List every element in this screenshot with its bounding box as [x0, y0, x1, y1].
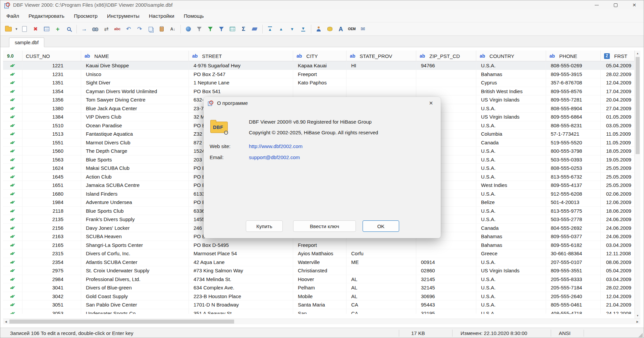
cell-country[interactable]: U.S.A. — [476, 300, 546, 309]
undo-button[interactable]: ↶ — [123, 24, 134, 34]
cell-cust_no[interactable]: 1356 — [22, 95, 81, 104]
oem-charset-button[interactable]: OEM — [346, 24, 357, 34]
cell-street[interactable]: #73 King Salmon Way — [189, 266, 293, 275]
minimize-button[interactable] — [587, 0, 606, 10]
spell-check-button[interactable]: abc — [112, 24, 123, 34]
cell-phone[interactable]: 805-555-0461 — [546, 300, 601, 309]
cell-name[interactable]: Frank's Divers Supply — [81, 215, 189, 224]
delete-record-button[interactable]: ✖ — [30, 24, 41, 34]
new-file-button[interactable] — [19, 24, 30, 34]
cell-phone[interactable]: 357-6-876708 — [546, 78, 601, 87]
cell-city[interactable]: Mobile — [293, 292, 346, 301]
close-button[interactable] — [625, 0, 644, 10]
cell-name[interactable]: Divers of Blue-green — [81, 283, 189, 292]
cell-phone[interactable]: 809-555-8576 — [546, 87, 601, 96]
cell-zip_pst_cd[interactable]: 30696 — [416, 292, 476, 301]
replace-button[interactable]: ⇄ — [101, 24, 112, 34]
cell-cust_no[interactable]: 2135 — [22, 215, 81, 224]
table-row[interactable]: 1221Kauai Dive Shoppe4-976 Sugarloaf Hwy… — [3, 61, 635, 70]
cell-cust_no[interactable]: 1510 — [22, 121, 81, 130]
cell-frst[interactable]: 25.05.2009 — [601, 173, 635, 181]
cell-state_prov[interactable]: HI — [346, 61, 416, 70]
cell-name[interactable]: Blue Jack Aqua Center — [81, 104, 189, 113]
cell-phone[interactable]: 809-555-7281 — [546, 95, 601, 104]
buy-button[interactable]: Купить — [246, 220, 283, 232]
cell-cust_no[interactable]: 2315 — [22, 249, 81, 258]
cell-street[interactable]: 1701-D N Broadway — [189, 300, 293, 309]
cell-phone[interactable]: 808-555-0253 — [546, 164, 601, 173]
cell-cust_no[interactable]: 2354 — [22, 258, 81, 267]
menu-file[interactable]: Файл — [2, 10, 24, 22]
cell-phone[interactable]: 808-555-8231 — [546, 121, 601, 130]
cell-country[interactable]: U.S.A. — [476, 215, 546, 224]
cell-city[interactable] — [293, 87, 346, 96]
modify-structure-button[interactable] — [41, 24, 52, 34]
table-row[interactable]: 1354Cayman Divers World UnlimitedPO Box … — [3, 87, 635, 96]
prior-record-button[interactable]: ▲ — [276, 24, 286, 34]
cell-cust_no[interactable]: 2984 — [22, 275, 81, 284]
cell-country[interactable]: U.S.A. — [476, 104, 546, 113]
cell-street[interactable]: 1 Neptune Lane — [189, 78, 293, 87]
cell-name[interactable]: Makai SCUBA Club — [81, 164, 189, 173]
cell-phone[interactable]: 408-555-4718 — [546, 309, 601, 314]
table-row[interactable]: 2975St. Croix Underwater Supply#73 King … — [3, 266, 635, 275]
cell-name[interactable]: St. Croix Underwater Supply — [81, 266, 189, 275]
cell-zip_pst_cd[interactable]: 02860 — [416, 266, 476, 275]
cell-city[interactable]: San — [293, 309, 346, 314]
cell-name[interactable]: Action Club — [81, 173, 189, 181]
cell-street[interactable]: 42 Aqua Lane — [189, 258, 293, 267]
cell-zip_pst_cd[interactable] — [416, 78, 476, 87]
cell-city[interactable]: Hoover — [293, 275, 346, 284]
vertical-scrollbar[interactable] — [635, 51, 640, 319]
cell-phone[interactable]: 809-555-4137 — [546, 181, 601, 190]
cell-cust_no[interactable]: 3053 — [22, 309, 81, 314]
website-link[interactable]: http://www.dbf2002.com — [249, 143, 303, 149]
cell-city[interactable]: Kapaa Kauai — [293, 61, 346, 70]
cell-phone[interactable]: 57-1-773421 — [546, 130, 601, 138]
cell-frst[interactable]: 19.05.2009 — [601, 155, 635, 164]
cell-country[interactable]: British West Indies — [476, 87, 546, 96]
cell-frst[interactable]: 12.06.2009 — [601, 198, 635, 207]
vertical-scroll-thumb[interactable] — [636, 57, 640, 154]
cell-country[interactable]: U.S.A. — [476, 173, 546, 181]
cell-country[interactable]: U.S.A. — [476, 190, 546, 198]
cell-phone[interactable]: 813-555-9775 — [546, 207, 601, 215]
email-button[interactable]: ✉ — [358, 24, 368, 34]
cell-phone[interactable]: 809-555-6864 — [546, 113, 601, 121]
cell-cust_no[interactable]: 2118 — [22, 207, 81, 215]
cell-street[interactable]: 4734 Melinda St. — [189, 275, 293, 284]
column-header-zip_pst_cd[interactable]: abZIP_PST_CD — [416, 51, 476, 61]
search-button[interactable] — [63, 24, 74, 34]
cell-name[interactable]: Kauai Dive Shoppe — [81, 61, 189, 70]
cell-phone[interactable]: 808-555-0269 — [546, 61, 601, 70]
cell-state_prov[interactable]: AL — [346, 292, 416, 301]
cell-phone[interactable]: 809-555-3915 — [546, 70, 601, 79]
cell-frst[interactable]: 24.06.2009 — [601, 224, 635, 232]
cell-phone[interactable]: 205-555-7184 — [546, 283, 601, 292]
cell-zip_pst_cd[interactable]: 32145 — [416, 283, 476, 292]
cell-country[interactable]: U.S.A. — [476, 61, 546, 70]
cell-city[interactable]: Kato Paphos — [293, 78, 346, 87]
cell-name[interactable]: Gold Coast Supply — [81, 292, 189, 301]
cell-state_prov[interactable] — [346, 78, 416, 87]
cell-phone[interactable]: 800-555-3798 — [546, 147, 601, 155]
cell-country[interactable]: Canada — [476, 138, 546, 147]
ok-button[interactable]: OK — [363, 220, 399, 232]
cell-cust_no[interactable]: 2156 — [22, 224, 81, 232]
cell-cust_no[interactable]: 1513 — [22, 130, 81, 138]
cell-zip_pst_cd[interactable]: 00914 — [416, 258, 476, 267]
cell-country[interactable]: U.S.A. — [476, 155, 546, 164]
table-row[interactable]: 2165Shangri-La Sports CenterPO Box D-549… — [3, 241, 635, 250]
scroll-right-icon[interactable] — [635, 319, 640, 324]
cell-cust_no[interactable]: 1680 — [22, 190, 81, 198]
column-header-version[interactable]: 9.0 — [3, 51, 22, 61]
cell-country[interactable]: Canada — [476, 224, 546, 232]
horizontal-scroll-thumb[interactable] — [9, 320, 234, 324]
cell-frst[interactable]: 08.06.2009 — [601, 258, 635, 267]
export-button[interactable] — [324, 24, 335, 34]
font-button[interactable]: A — [335, 24, 346, 34]
cell-state_prov[interactable]: AL — [346, 283, 416, 292]
cell-frst[interactable]: 03.04.2009 — [601, 275, 635, 284]
table-row[interactable]: 2354Atlantis SCUBA Center42 Aqua LaneWat… — [3, 258, 635, 267]
cell-frst[interactable]: 24.12.2008 — [601, 309, 635, 314]
